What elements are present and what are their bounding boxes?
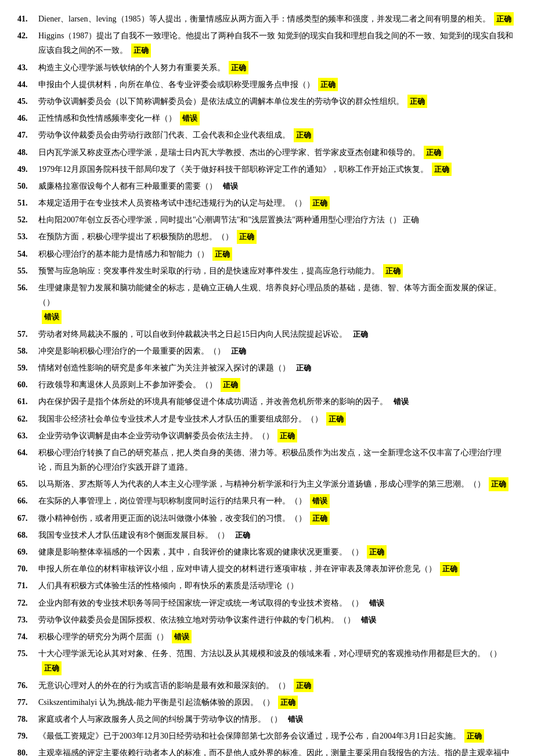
question-item: 56.生理健康是智力发展和脑功能健全的标志，是确立正确人生观、培养良好心理品质的… <box>17 280 517 325</box>
question-number: 41. <box>17 12 38 26</box>
question-item: 44.申报由个人提供材料，向所在单位、各专业评委会或职称受理服务点申报（）正确 <box>17 77 517 92</box>
question-text: 积极心理学的研究分为两个层面（）错误 <box>38 629 517 644</box>
question-number: 51. <box>17 196 38 210</box>
question-text: 积极心理治疗的基本能力是情感力和智能力（）正确 <box>38 247 517 261</box>
question-text: 在预防方面，积极心理学提出了积极预防的思想。（）正确 <box>38 229 517 244</box>
question-text: 以马斯洛、罗杰斯等人为代表的人本主义心理学派，与精神分析学派和行为主义学派分道扬… <box>38 477 517 491</box>
question-item: 63.企业劳动争议调解是由本企业劳动争议调解委员会依法主持。（）正确 <box>17 429 517 443</box>
question-item: 61.内在保护因子是指个体所处的环境具有能够促进个体成功调适，并改善危机所带来的… <box>17 394 517 409</box>
question-item: 73.劳动争议仲裁委员会是国际授权、依法独立地对劳动争议案件进行仲裁的专门机构。… <box>17 613 517 627</box>
question-number: 42. <box>17 28 38 43</box>
badge: 正确 <box>351 327 370 341</box>
question-text: 行政领导和离退休人员原则上不参加评委会。（）正确 <box>38 377 517 392</box>
question-item: 78.家庭或者个人与家政服务人员之间的纠纷属于劳动争议的情形。（）错误 <box>17 712 517 726</box>
question-number: 69. <box>17 545 38 559</box>
badge: 正确 <box>367 545 387 559</box>
questions-container: 41.Diener、larsen、leving（1985）等人提出，衡量情感应从… <box>17 12 517 756</box>
question-item: 46.正性情感和负性情感频率变化一样（）错误 <box>17 111 517 125</box>
question-number: 71. <box>17 578 38 593</box>
badge: 正确 <box>277 429 297 442</box>
badge: 错误 <box>367 596 387 610</box>
question-item: 47.劳动争议仲裁委员会由劳动行政部门代表、工会代表和企业代表组成。正确 <box>17 128 517 142</box>
question-text: 生理健康是智力发展和脑功能健全的标志，是确立正确人生观、培养良好心理品质的基础，… <box>38 280 517 325</box>
question-item: 41.Diener、larsen、leving（1985）等人提出，衡量情感应从… <box>17 12 517 26</box>
question-number: 73. <box>17 613 38 627</box>
question-number: 68. <box>17 528 38 542</box>
question-item: 58.冲突是影响积极心理治疗的一个最重要的因素。（）正确 <box>17 344 517 358</box>
question-number: 78. <box>17 712 38 726</box>
question-item: 64.积极心理治疗转换了自己的研究基点，把人类自身的美德、潜力等。积极品质作为出… <box>17 445 517 474</box>
question-item: 43.构造主义心理学派与铁钦纳的个人努力有重要关系。正确 <box>17 60 517 75</box>
question-item: 72.企业内部有效的专业技术职务等同于经国家统一评定或统一考试取得的专业技术资格… <box>17 596 517 610</box>
question-number: 49. <box>17 162 38 177</box>
question-number: 79. <box>17 729 38 743</box>
question-number: 56. <box>17 280 38 295</box>
badge: 正确 <box>42 661 62 675</box>
question-number: 72. <box>17 596 38 610</box>
question-text: 家庭或者个人与家政服务人员之间的纠纷属于劳动争议的情形。（）错误 <box>38 712 517 726</box>
question-text: 人们具有积极方式体验生活的性格倾向，即有快乐的素质是活动理论（） <box>38 578 517 593</box>
question-text: 冲突是影响积极心理治疗的一个最重要的因素。（）正确 <box>38 344 517 358</box>
badge: 正确 <box>233 528 252 542</box>
question-item: 42.Higgins（1987）提出了自我不一致理论。他提出了两种自我不一致 知… <box>17 28 517 57</box>
question-text: 我国专业技术人才队伍建设有8个侧面发展目标。（）正确 <box>38 528 517 542</box>
question-text: 劳动争议仲裁委员会是国际授权、依法独立地对劳动争议案件进行仲裁的专门机构。（）错… <box>38 613 517 627</box>
badge: 正确 <box>278 696 298 709</box>
badge: 正确 <box>310 196 330 210</box>
badge: 正确 <box>237 230 257 243</box>
question-number: 44. <box>17 77 38 92</box>
question-text: 威廉格拉塞假设每个人都有三种最重要的需要（）错误 <box>38 179 517 193</box>
question-number: 61. <box>17 394 38 409</box>
question-item: 51.本规定适用于在专业技术人员资格考试中违纪违规行为的认定与处理。（）正确 <box>17 196 517 210</box>
badge: 错误 <box>286 712 305 726</box>
badge: 正确 <box>383 264 403 278</box>
question-number: 43. <box>17 60 38 75</box>
question-item: 45.劳动争议调解委员会（以下简称调解委员会）是依法成立的调解本单位发生的劳动争… <box>17 94 517 109</box>
question-number: 65. <box>17 477 38 491</box>
badge: 正确 <box>229 61 248 74</box>
badge: 正确 <box>310 512 330 525</box>
badge: 正确 <box>464 729 484 743</box>
question-number: 59. <box>17 361 38 375</box>
question-item: 77.Csikszentimihalyi 认为,挑战-能力平衡是引起流畅体验的原… <box>17 695 517 710</box>
question-item: 66.在实际的人事管理上，岗位管理与职称制度同时运行的结果只有一种。（）错误 <box>17 494 517 508</box>
badge: 正确 <box>131 44 151 57</box>
question-number: 57. <box>17 327 38 341</box>
question-item: 57.劳动者对终局裁决不服的，可以自收到仲裁裁决书之日起15日内向人民法院提起诉… <box>17 327 517 341</box>
question-number: 64. <box>17 445 38 460</box>
question-item: 50.威廉格拉塞假设每个人都有三种最重要的需要（）错误 <box>17 179 517 193</box>
badge: 正确 <box>294 128 313 142</box>
question-text: Diener、larsen、leving（1985）等人提出，衡量情感应从两方面… <box>38 12 517 26</box>
question-text: 内在保护因子是指个体所处的环境具有能够促进个体成功调适，并改善危机所带来的影响的… <box>38 394 517 409</box>
question-item: 67.微小精神创伤，或者用更正面的说法叫做微小体验，改变我们的习惯。（）正确 <box>17 511 517 525</box>
badge: 正确 <box>294 679 313 692</box>
question-number: 80. <box>17 746 38 756</box>
badge: 错误 <box>359 613 378 627</box>
question-number: 60. <box>17 377 38 392</box>
question-item: 76.无意识心理对人的外在的行为或言语的影响是最有效和最深刻的。（）正确 <box>17 678 517 693</box>
question-text: 十大心理学派无论从其对对象、任务、范围、方法以及从其规模和波及的领域来看，对心理… <box>38 646 517 675</box>
question-text: 健康是影响整体幸福感的一个因素，其中，自我评价的健康比客观的健康状况更重要。（）… <box>38 545 517 559</box>
badge: 错误 <box>391 395 411 408</box>
badge: 错误 <box>180 111 200 125</box>
question-text: 正性情感和负性情感频率变化一样（）错误 <box>38 111 517 125</box>
question-item: 80.主观幸福感的评定主要依赖行动者本人的标准，而不是他人或外界的标准。因此，测… <box>17 746 517 756</box>
question-item: 52.杜向阳2007年创立反否心理学派，同时提出"心潮调节法"和"浅层置换法"两… <box>17 213 517 227</box>
badge: 错误 <box>221 179 240 193</box>
question-text: 《最低工资规定》已于2003年12月30日经劳动和社会保障部第七次部务会议通过，… <box>38 729 517 743</box>
question-number: 76. <box>17 678 38 693</box>
question-text: 积极心理治疗转换了自己的研究基点，把人类自身的美德、潜力等。积极品质作为出发点，… <box>38 445 517 474</box>
question-number: 75. <box>17 646 38 661</box>
question-number: 77. <box>17 695 38 710</box>
question-text: Csikszentimihalyi 认为,挑战-能力平衡是引起流畅体验的原因。（… <box>38 695 517 710</box>
badge: 正确 <box>432 163 452 176</box>
question-text: 在实际的人事管理上，岗位管理与职称制度同时运行的结果只有一种。（）错误 <box>38 494 517 508</box>
badge: 正确 <box>489 477 508 491</box>
question-text: Higgins（1987）提出了自我不一致理论。他提出了两种自我不一致 知觉到的… <box>38 28 517 57</box>
question-text: 微小精神创伤，或者用更正面的说法叫做微小体验，改变我们的习惯。（）正确 <box>38 511 517 525</box>
badge: 正确 <box>221 378 240 391</box>
question-number: 46. <box>17 111 38 125</box>
badge: 错误 <box>42 310 62 323</box>
question-text: 我国非公经济社会单位专业技术人才是专业技术人才队伍的重要组成部分。（）正确 <box>38 412 517 426</box>
question-text: 构造主义心理学派与铁钦纳的个人努力有重要关系。正确 <box>38 60 517 75</box>
